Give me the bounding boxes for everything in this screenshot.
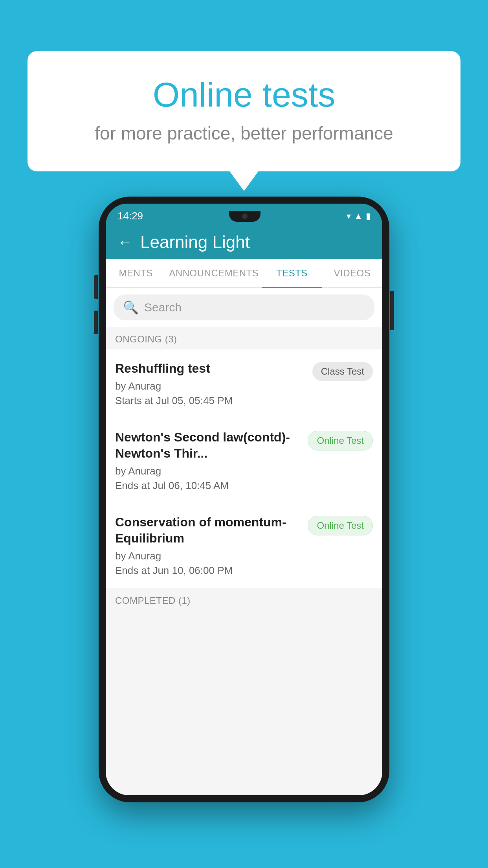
test-author-3: by Anurag <box>115 550 301 562</box>
phone-container: 14:29 ▾ ▲ ▮ ← Learning Light <box>99 197 389 802</box>
tab-tests[interactable]: TESTS <box>262 259 322 287</box>
tabs-container: MENTS ANNOUNCEMENTS TESTS VIDEOS <box>106 259 382 288</box>
power-button[interactable] <box>390 291 394 330</box>
app-screen: ← Learning Light MENTS ANNOUNCEMENTS TES… <box>106 225 382 795</box>
speech-bubble-container: Online tests for more practice, better p… <box>28 51 460 171</box>
test-item-newton[interactable]: Newton's Second law(contd)-Newton's Thir… <box>106 418 382 503</box>
phone-notch <box>229 211 261 222</box>
test-badge-2: Online Test <box>308 431 373 451</box>
test-name-1: Reshuffling test <box>115 360 306 377</box>
status-icons: ▾ ▲ ▮ <box>347 211 371 221</box>
test-list: Reshuffling test by Anurag Starts at Jul… <box>106 349 382 588</box>
status-bar: 14:29 ▾ ▲ ▮ <box>106 204 382 225</box>
completed-section-header: COMPLETED (1) <box>106 588 382 611</box>
test-info-3: Conservation of momentum-Equilibrium by … <box>115 514 308 577</box>
signal-icon: ▲ <box>354 211 363 221</box>
wifi-icon: ▾ <box>347 211 351 221</box>
clock: 14:29 <box>117 210 143 222</box>
search-placeholder-text: Search <box>144 301 182 314</box>
ongoing-section-header: ONGOING (3) <box>106 327 382 349</box>
speech-bubble: Online tests for more practice, better p… <box>28 51 460 171</box>
test-name-3: Conservation of momentum-Equilibrium <box>115 514 301 547</box>
app-header: ← Learning Light <box>106 225 382 259</box>
tab-ments[interactable]: MENTS <box>106 259 166 287</box>
volume-up-button[interactable] <box>94 275 98 299</box>
phone-frame: 14:29 ▾ ▲ ▮ ← Learning Light <box>99 197 389 802</box>
speech-bubble-subtitle: for more practice, better performance <box>59 123 429 144</box>
tab-videos[interactable]: VIDEOS <box>322 259 382 287</box>
app-title: Learning Light <box>140 232 250 252</box>
search-container: 🔍 Search <box>106 288 382 327</box>
test-badge-1: Class Test <box>312 362 373 381</box>
test-author-2: by Anurag <box>115 465 301 477</box>
volume-down-button[interactable] <box>94 311 98 334</box>
test-date-1: Starts at Jul 05, 05:45 PM <box>115 395 306 407</box>
speech-bubble-title: Online tests <box>59 75 429 115</box>
test-info-2: Newton's Second law(contd)-Newton's Thir… <box>115 429 308 492</box>
test-item-reshuffling[interactable]: Reshuffling test by Anurag Starts at Jul… <box>106 349 382 418</box>
test-date-3: Ends at Jun 10, 06:00 PM <box>115 565 301 577</box>
back-button[interactable]: ← <box>117 234 132 251</box>
search-icon: 🔍 <box>123 300 139 315</box>
test-item-conservation[interactable]: Conservation of momentum-Equilibrium by … <box>106 503 382 588</box>
battery-icon: ▮ <box>366 211 371 221</box>
test-name-2: Newton's Second law(contd)-Newton's Thir… <box>115 429 301 462</box>
test-badge-3: Online Test <box>308 516 373 535</box>
test-date-2: Ends at Jul 06, 10:45 AM <box>115 480 301 492</box>
tab-announcements[interactable]: ANNOUNCEMENTS <box>166 259 262 287</box>
test-author-1: by Anurag <box>115 380 306 392</box>
test-info-1: Reshuffling test by Anurag Starts at Jul… <box>115 360 312 407</box>
camera <box>242 213 248 219</box>
search-bar[interactable]: 🔍 Search <box>114 294 374 320</box>
